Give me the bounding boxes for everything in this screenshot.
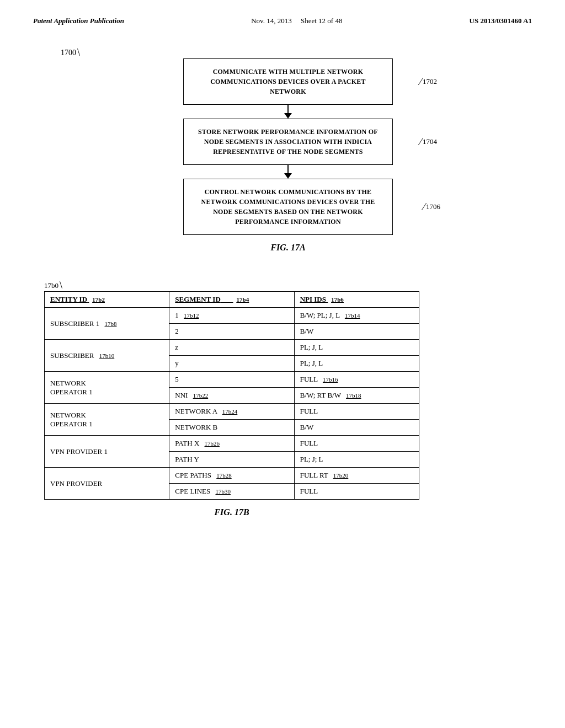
flow-ref-1702: ∕ 1702 xyxy=(420,76,437,88)
flow-box-1706: CONTROL NETWORK COMMUNICATIONS BY THE NE… xyxy=(183,179,393,235)
table-ref-slash: \ xyxy=(60,280,62,290)
npi-bwrtbw: B/W; RT B/W 17b18 xyxy=(294,388,419,404)
flow-ref-1704: ∕ 1704 xyxy=(420,136,437,148)
flow-row-2: STORE NETWORK PERFORMANCE INFORMATION OF… xyxy=(44,119,532,165)
header-date-sheet: Nov. 14, 2013 Sheet 12 of 48 xyxy=(251,17,342,25)
entity-subscriber: SUBSCRIBER 17b10 xyxy=(45,340,169,372)
seg-2: 2 xyxy=(169,324,294,340)
seg-z: z xyxy=(169,340,294,356)
table-row: NETWORKOPERATOR 1 NETWORK A 17b24 FULL xyxy=(45,404,419,420)
npi-2: B/W xyxy=(294,324,419,340)
entity-netop1a: NETWORKOPERATOR 1 xyxy=(45,372,169,404)
npi-full4: FULL xyxy=(294,484,419,500)
npi-bw2: B/W xyxy=(294,420,419,436)
flow-ref-1706: ∕ 1706 xyxy=(423,201,440,213)
start-slash: \ xyxy=(77,47,80,57)
npi-y: PL; J, L xyxy=(294,356,419,372)
entity-netop1b: NETWORKOPERATOR 1 xyxy=(45,404,169,436)
seg-5: 5 xyxy=(169,372,294,388)
flowchart-wrapper: 1700 \ COMMUNICATE WITH MULTIPLE NETWORK… xyxy=(44,47,532,235)
arrow-1 xyxy=(284,105,292,119)
flow-row-3: CONTROL NETWORK COMMUNICATIONS BY THE NE… xyxy=(44,179,532,235)
fig17b-section: 17b0 \ ENTITY ID 17b2 SEGMENT ID 17b4 NP… xyxy=(33,280,532,517)
col-header-npi: NPI IDS 17b6 xyxy=(294,292,419,308)
seg-pathy: PATH Y xyxy=(169,452,294,468)
table-row: VPN PROVIDER 1 PATH X 17b26 FULL xyxy=(45,436,419,452)
flow-box-wrapper-2: STORE NETWORK PERFORMANCE INFORMATION OF… xyxy=(183,119,393,165)
flow-row-1: COMMUNICATE WITH MULTIPLE NETWORK COMMUN… xyxy=(44,58,532,105)
seg-cpelines: CPE LINES 17b30 xyxy=(169,484,294,500)
npi-pljl: PL; J; L xyxy=(294,452,419,468)
col-header-entity: ENTITY ID 17b2 xyxy=(45,292,169,308)
arrow-2 xyxy=(284,165,292,179)
entity-subscriber1: SUBSCRIBER 1 17b8 xyxy=(45,308,169,340)
table-ref-17b0: 17b0 xyxy=(44,281,58,290)
flow-box-1702: COMMUNICATE WITH MULTIPLE NETWORK COMMUN… xyxy=(183,58,393,105)
fig17a-caption: FIG. 17A xyxy=(44,243,532,253)
fig17a-section: 1700 \ COMMUNICATE WITH MULTIPLE NETWORK… xyxy=(33,47,532,253)
npi-full3: FULL xyxy=(294,436,419,452)
header-sheet: Sheet 12 of 48 xyxy=(301,17,342,25)
npi-full1: FULL 17b16 xyxy=(294,372,419,388)
table-row: SUBSCRIBER 17b10 z PL; J, L xyxy=(45,340,419,356)
flow-box-wrapper-1: COMMUNICATE WITH MULTIPLE NETWORK COMMUN… xyxy=(183,58,393,105)
seg-y: y xyxy=(169,356,294,372)
npi-fullrt: FULL RT 17b20 xyxy=(294,468,419,484)
npi-full2: FULL xyxy=(294,404,419,420)
entity-vpnprovider: VPN PROVIDER xyxy=(45,468,169,500)
flow-box-1704: STORE NETWORK PERFORMANCE INFORMATION OF… xyxy=(183,119,393,165)
table-row: NETWORKOPERATOR 1 5 FULL 17b16 xyxy=(45,372,419,388)
seg-networkb: NETWORK B xyxy=(169,420,294,436)
seg-pathx: PATH X 17b26 xyxy=(169,436,294,452)
seg-networka: NETWORK A 17b24 xyxy=(169,404,294,420)
page-header: Patent Application Publication Nov. 14, … xyxy=(33,17,532,25)
entity-vpnprovider1: VPN PROVIDER 1 xyxy=(45,436,169,468)
col-header-segment: SEGMENT ID 17b4 xyxy=(169,292,294,308)
flow-box-wrapper-3: CONTROL NETWORK COMMUNICATIONS BY THE NE… xyxy=(183,179,393,235)
npi-1: B/W; PL; J, L 17b14 xyxy=(294,308,419,324)
seg-cpepaths: CPE PATHS 17b28 xyxy=(169,468,294,484)
fig17b-caption: FIG. 17B xyxy=(44,507,419,517)
seg-1: 1 17b12 xyxy=(169,308,294,324)
start-ref-1700: 1700 xyxy=(61,49,76,57)
npi-z: PL; J, L xyxy=(294,340,419,356)
seg-nni: NNI 17b22 xyxy=(169,388,294,404)
header-patent-number: US 2013/0301460 A1 xyxy=(470,17,532,25)
table-row: VPN PROVIDER CPE PATHS 17b28 FULL RT 17b… xyxy=(45,468,419,484)
header-date: Nov. 14, 2013 xyxy=(251,17,292,25)
header-publication: Patent Application Publication xyxy=(33,17,124,25)
table-header-row: ENTITY ID 17b2 SEGMENT ID 17b4 NPI IDS 1… xyxy=(45,292,419,308)
fig17b-table: ENTITY ID 17b2 SEGMENT ID 17b4 NPI IDS 1… xyxy=(44,291,419,500)
table-row: SUBSCRIBER 1 17b8 1 17b12 B/W; PL; J, L … xyxy=(45,308,419,324)
